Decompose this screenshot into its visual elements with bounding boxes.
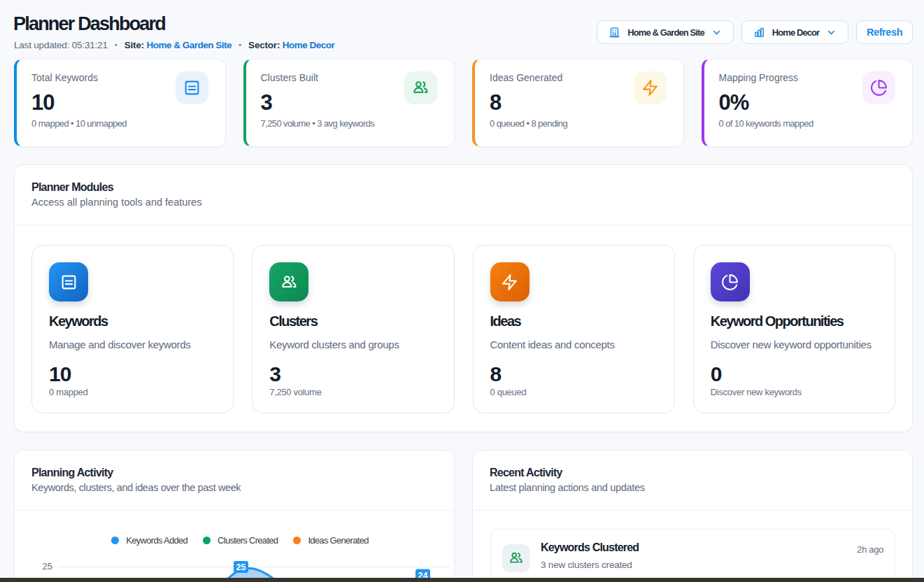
svg-text:25: 25 [236,562,246,572]
